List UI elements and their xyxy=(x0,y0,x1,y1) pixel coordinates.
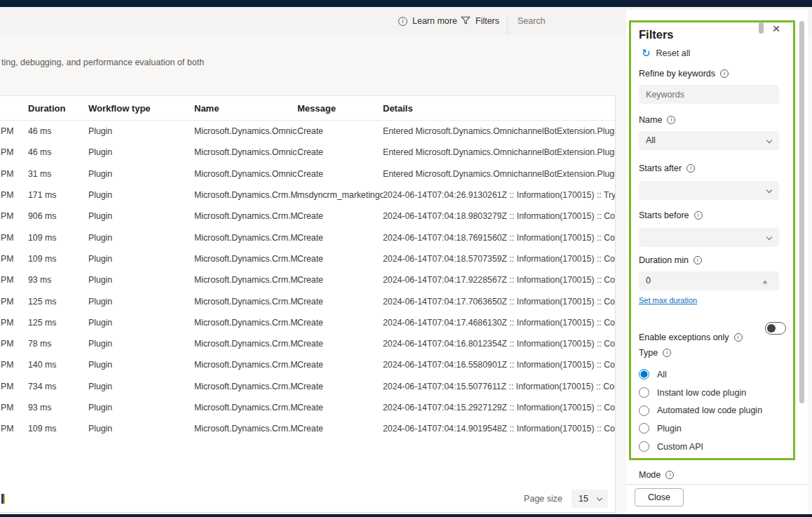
starts-before-dropdown[interactable] xyxy=(639,228,779,247)
name-dropdown[interactable]: All xyxy=(639,131,779,150)
info-icon[interactable]: i xyxy=(694,211,703,220)
page-size-dropdown[interactable]: 15 xyxy=(571,490,608,508)
cell-message: Create xyxy=(297,211,383,221)
info-icon[interactable]: i xyxy=(734,333,743,342)
trace-log-table: Duration Workflow type Name Message Deta… xyxy=(0,95,616,513)
cell-name: Microsoft.Dynamics.Omnicha... xyxy=(194,169,297,179)
cell-details: 2024-06-14T07:04:15.2927129Z :: Informat… xyxy=(383,403,615,412)
page-scrollbar-thumb[interactable] xyxy=(799,21,804,403)
starts-before-label-text: Starts before xyxy=(639,210,689,220)
duration-min-spinner[interactable]: 0 xyxy=(639,271,779,290)
table-row[interactable]: PM46 msPluginMicrosoft.Dynamics.Omnicha.… xyxy=(0,142,615,163)
table-row[interactable]: PM109 msPluginMicrosoft.Dynamics.Crm.Mar… xyxy=(0,418,615,439)
learn-more-button[interactable]: i Learn more xyxy=(398,7,457,35)
toggle-knob xyxy=(767,324,776,333)
type-options: AllInstant low code pluginAutomated low … xyxy=(639,365,762,455)
cell-message: Create xyxy=(297,318,383,328)
cell-workflow_type: Plugin xyxy=(88,254,194,264)
type-option-automated-low-code-plugin[interactable]: Automated low code plugin xyxy=(639,401,762,419)
learn-more-label: Learn more xyxy=(412,16,457,26)
cell-name: Microsoft.Dynamics.Crm.Mar... xyxy=(194,382,297,391)
table-row[interactable]: PM125 msPluginMicrosoft.Dynamics.Crm.Mar… xyxy=(0,290,615,311)
cell-workflow_type: Plugin xyxy=(88,233,194,243)
table-row[interactable]: PM140 msPluginMicrosoft.Dynamics.Crm.Mar… xyxy=(0,354,615,375)
info-icon[interactable]: i xyxy=(667,116,675,124)
cell-time: PM xyxy=(0,382,28,391)
type-option-plugin[interactable]: Plugin xyxy=(639,419,762,438)
type-option-label: Custom API xyxy=(657,442,703,452)
close-icon[interactable]: × xyxy=(768,20,785,37)
table-body: PM46 msPluginMicrosoft.Dynamics.Omnicha.… xyxy=(0,121,615,439)
table-row[interactable]: PM93 msPluginMicrosoft.Dynamics.Crm.Mar.… xyxy=(0,269,615,290)
cell-message: msdyncrm_marketingc... xyxy=(297,190,383,200)
cell-time: PM xyxy=(0,297,28,307)
starts-after-label: Starts after i xyxy=(639,163,695,173)
starts-after-dropdown[interactable] xyxy=(639,181,779,200)
starts-after-label-text: Starts after xyxy=(639,163,682,173)
cell-message: Create xyxy=(297,424,383,434)
close-button[interactable]: Close xyxy=(635,488,684,506)
cell-duration: 125 ms xyxy=(28,297,88,307)
cell-workflow_type: Plugin xyxy=(88,318,194,328)
type-option-label: Plugin xyxy=(657,424,682,434)
col-header-workflow-type[interactable]: Workflow type xyxy=(88,103,194,114)
keywords-field[interactable] xyxy=(639,85,779,104)
cell-duration: 46 ms xyxy=(28,147,88,157)
col-header-details[interactable]: Details xyxy=(383,103,615,114)
table-row[interactable]: PM109 msPluginMicrosoft.Dynamics.Crm.Mar… xyxy=(0,248,615,269)
radio-icon xyxy=(639,405,649,416)
info-icon[interactable]: i xyxy=(693,256,702,264)
cell-details: 2024-06-14T07:04:16.5580901Z :: Informat… xyxy=(383,360,615,370)
cell-name: Microsoft.Dynamics.Crm.Mar... xyxy=(194,339,297,349)
table-row[interactable]: PM109 msPluginMicrosoft.Dynamics.Crm.Mar… xyxy=(0,227,615,248)
col-header-name[interactable]: Name xyxy=(194,103,297,114)
cell-details: Entered Microsoft.Dynamics.OmnichannelBo… xyxy=(383,147,615,157)
col-header-message[interactable]: Message xyxy=(297,103,383,114)
panel-scrollbar-thumb[interactable] xyxy=(759,22,764,34)
keywords-input[interactable] xyxy=(639,85,779,104)
table-row[interactable]: PM78 msPluginMicrosoft.Dynamics.Crm.Mar.… xyxy=(0,333,615,354)
table-row[interactable]: PM171 msPluginMicrosoft.Dynamics.Crm.Mar… xyxy=(0,184,615,206)
cell-name: Microsoft.Dynamics.Crm.Mar... xyxy=(194,424,297,434)
cell-message: Create xyxy=(297,126,383,136)
table-row[interactable]: PM46 msPluginMicrosoft.Dynamics.Omnicha.… xyxy=(0,121,615,142)
cell-name: Microsoft.Dynamics.Crm.Mar... xyxy=(194,254,297,264)
table-row[interactable]: PM31 msPluginMicrosoft.Dynamics.Omnicha.… xyxy=(0,163,615,184)
cell-duration: 906 ms xyxy=(28,211,88,221)
cell-duration: 171 ms xyxy=(28,190,88,200)
keywords-label: Refine by keywords i xyxy=(639,69,729,79)
cell-workflow_type: Plugin xyxy=(88,360,194,370)
info-icon[interactable]: i xyxy=(720,69,729,78)
cell-details: 2024-06-14T07:04:16.8012354Z :: Informat… xyxy=(383,339,615,349)
cell-name: Microsoft.Dynamics.Crm.Mar... xyxy=(194,233,297,243)
col-header-duration[interactable]: Duration xyxy=(28,103,88,114)
cell-details: 2024-06-14T07:04:17.9228567Z :: Informat… xyxy=(383,275,615,285)
type-option-instant-low-code-plugin[interactable]: Instant low code plugin xyxy=(639,384,762,402)
exceptions-toggle[interactable] xyxy=(765,322,786,335)
info-icon[interactable]: i xyxy=(686,164,695,173)
cell-message: Create xyxy=(297,254,383,264)
radio-icon xyxy=(639,423,649,434)
reset-all-button[interactable]: ↻ Reset all xyxy=(642,48,690,58)
type-option-all[interactable]: All xyxy=(639,365,762,384)
table-row[interactable]: PM906 msPluginMicrosoft.Dynamics.Crm.Mar… xyxy=(0,206,615,227)
type-option-label: Automated low code plugin xyxy=(657,405,762,415)
info-icon[interactable]: i xyxy=(665,471,674,479)
info-icon[interactable]: i xyxy=(663,349,671,357)
filters-button[interactable]: Filters xyxy=(461,7,499,35)
cell-duration: 109 ms xyxy=(28,424,88,434)
search-input[interactable] xyxy=(517,13,610,29)
table-row[interactable]: PM734 msPluginMicrosoft.Dynamics.Crm.Mar… xyxy=(0,376,615,397)
type-option-custom-api[interactable]: Custom API xyxy=(639,438,762,456)
cell-details: Entered Microsoft.Dynamics.OmnichannelBo… xyxy=(383,126,615,136)
table-row[interactable]: PM125 msPluginMicrosoft.Dynamics.Crm.Mar… xyxy=(0,312,615,333)
keywords-label-text: Refine by keywords xyxy=(639,69,715,79)
table-row[interactable]: PM93 msPluginMicrosoft.Dynamics.Crm.Mar.… xyxy=(0,397,615,418)
cell-duration: 734 ms xyxy=(28,382,88,391)
cell-details: 2024-06-14T07:04:18.9803279Z :: Informat… xyxy=(383,211,615,221)
filter-funnel-icon xyxy=(461,15,471,27)
duration-min-label-text: Duration min xyxy=(639,255,689,265)
cell-duration: 140 ms xyxy=(28,360,88,370)
set-max-duration-link[interactable]: Set max duration xyxy=(639,296,697,304)
cell-name: Microsoft.Dynamics.Crm.Mar... xyxy=(194,275,297,285)
